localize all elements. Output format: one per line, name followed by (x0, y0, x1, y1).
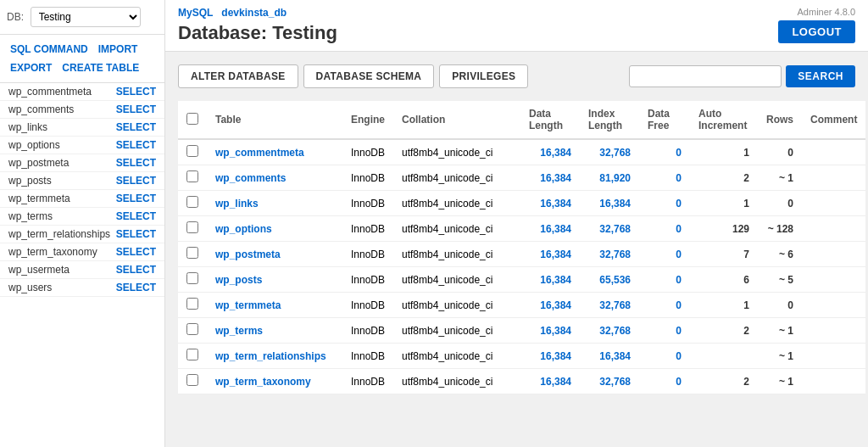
sidebar-table-select-link[interactable]: SELECT (116, 282, 156, 293)
sidebar-table-select-link[interactable]: SELECT (116, 86, 156, 98)
table-name-link-2[interactable]: wp_links (215, 198, 259, 210)
table-data-free-7: 0 (639, 318, 690, 344)
sidebar-table-name: wp_links (8, 121, 47, 133)
table-comment-8 (802, 344, 865, 369)
table-rows-9: ~ 1 (758, 369, 802, 394)
search-button[interactable]: SEARCH (786, 65, 855, 87)
col-header-engine: Engine (342, 101, 393, 139)
table-engine-9: InnoDB (342, 369, 393, 394)
sidebar-table-select-link[interactable]: SELECT (116, 264, 156, 276)
sidebar-table-select-link[interactable]: SELECT (116, 246, 156, 258)
col-header-rows: Rows (758, 101, 802, 139)
table-name-link-3[interactable]: wp_options (215, 223, 272, 235)
sidebar-table-name: wp_commentmeta (8, 86, 92, 98)
table-collation-4: utf8mb4_unicode_ci (393, 242, 520, 267)
table-data-length-1: 16,384 (520, 165, 580, 191)
sidebar-table-name: wp_term_relationships (8, 228, 110, 240)
row-checkbox-0[interactable] (186, 145, 198, 157)
table-index-length-1: 81,920 (580, 165, 639, 191)
sidebar-table-select-link[interactable]: SELECT (116, 121, 156, 133)
privileges-button[interactable]: PRIVILEGES (439, 64, 528, 88)
row-checkbox-4[interactable] (186, 247, 198, 259)
row-checkbox-5[interactable] (186, 272, 198, 284)
sidebar-table-select-link[interactable]: SELECT (116, 175, 156, 187)
top-bar: MySQL devkinsta_db Database: Testing Adm… (165, 0, 868, 52)
table-name-link-1[interactable]: wp_comments (215, 172, 286, 184)
table-data-length-2: 16,384 (520, 191, 580, 216)
import-link[interactable]: IMPORT (95, 42, 142, 57)
table-name-link-5[interactable]: wp_posts (215, 274, 262, 286)
sidebar-table-select-link[interactable]: SELECT (116, 103, 156, 115)
table-engine-4: InnoDB (342, 242, 393, 267)
table-name-link-4[interactable]: wp_postmeta (215, 249, 281, 260)
row-checkbox-3[interactable] (186, 221, 198, 233)
table-collation-8: utf8mb4_unicode_ci (393, 344, 520, 369)
create-table-link[interactable]: CREATE TABLE (58, 60, 142, 75)
table-row: wp_term_relationships InnoDB utf8mb4_uni… (178, 344, 865, 369)
sidebar-table-select-link[interactable]: SELECT (116, 193, 156, 204)
table-engine-0: InnoDB (342, 139, 393, 165)
search-input[interactable] (629, 65, 782, 87)
col-header-auto-increment: AutoIncrement (690, 101, 758, 139)
col-header-data-free: DataFree (639, 101, 690, 139)
db-select[interactable]: Testing (31, 7, 141, 27)
table-rows-3: ~ 128 (758, 216, 802, 242)
sidebar-table-row: wp_term_relationships SELECT (0, 226, 164, 243)
table-collation-0: utf8mb4_unicode_ci (393, 139, 520, 165)
table-name-link-8[interactable]: wp_term_relationships (215, 350, 326, 362)
sidebar-table-row: wp_usermeta SELECT (0, 261, 164, 279)
sidebar-table-name: wp_term_taxonomy (8, 246, 97, 258)
sidebar-table-name: wp_options (8, 139, 60, 151)
table-header-row: Table Engine Collation DataLength IndexL… (178, 101, 865, 139)
breadcrumb-db[interactable]: devkinsta_db (221, 7, 287, 19)
table-auto-increment-3: 129 (690, 216, 758, 242)
sidebar-table-select-link[interactable]: SELECT (116, 228, 156, 240)
table-rows-6: 0 (758, 293, 802, 318)
row-checkbox-2[interactable] (186, 196, 198, 208)
table-index-length-7: 32,768 (580, 318, 639, 344)
table-data-length-4: 16,384 (520, 242, 580, 267)
sidebar-table-select-link[interactable]: SELECT (116, 139, 156, 151)
table-engine-7: InnoDB (342, 318, 393, 344)
table-comment-4 (802, 242, 865, 267)
table-name-link-7[interactable]: wp_terms (215, 325, 263, 337)
table-name-link-6[interactable]: wp_termmeta (215, 299, 281, 311)
row-checkbox-7[interactable] (186, 323, 198, 335)
alter-database-button[interactable]: ALTER DATABASE (178, 64, 298, 88)
row-checkbox-1[interactable] (186, 170, 198, 182)
table-data-free-2: 0 (639, 191, 690, 216)
main-content: MySQL devkinsta_db Database: Testing Adm… (165, 0, 868, 447)
table-comment-2 (802, 191, 865, 216)
sidebar-table-name: wp_comments (8, 103, 74, 115)
sidebar-nav: SQL COMMAND IMPORT EXPORT CREATE TABLE (0, 35, 164, 83)
database-schema-button[interactable]: DATABASE SCHEMA (303, 64, 435, 88)
sidebar-table-row: wp_links SELECT (0, 119, 164, 137)
title-area: MySQL devkinsta_db Database: Testing (178, 7, 337, 44)
sidebar-table-select-link[interactable]: SELECT (116, 210, 156, 222)
sql-command-link[interactable]: SQL COMMAND (7, 42, 92, 57)
sidebar-table-select-link[interactable]: SELECT (116, 157, 156, 169)
table-data-length-9: 16,384 (520, 369, 580, 394)
row-checkbox-8[interactable] (186, 349, 198, 360)
table-name-link-0[interactable]: wp_commentmeta (215, 147, 304, 159)
col-header-data-length: DataLength (520, 101, 580, 139)
export-link[interactable]: EXPORT (7, 60, 55, 75)
row-checkbox-6[interactable] (186, 298, 198, 310)
search-area: SEARCH (629, 65, 855, 87)
sidebar-table-row: wp_comments SELECT (0, 101, 164, 119)
table-rows-1: ~ 1 (758, 165, 802, 191)
table-index-length-0: 32,768 (580, 139, 639, 165)
logout-button[interactable]: LOGOUT (778, 20, 855, 43)
table-engine-1: InnoDB (342, 165, 393, 191)
sidebar-table-name: wp_terms (8, 210, 53, 222)
select-all-checkbox[interactable] (186, 113, 198, 125)
row-checkbox-9[interactable] (186, 374, 198, 386)
table-name-link-9[interactable]: wp_term_taxonomy (215, 376, 311, 388)
col-header-collation: Collation (393, 101, 520, 139)
db-label: DB: (7, 11, 24, 23)
table-row: wp_links InnoDB utf8mb4_unicode_ci 16,38… (178, 191, 865, 216)
table-row: wp_posts InnoDB utf8mb4_unicode_ci 16,38… (178, 267, 865, 293)
table-data-length-6: 16,384 (520, 293, 580, 318)
breadcrumb-mysql[interactable]: MySQL (178, 7, 213, 19)
table-list: wp_commentmeta SELECT wp_comments SELECT… (0, 83, 164, 447)
